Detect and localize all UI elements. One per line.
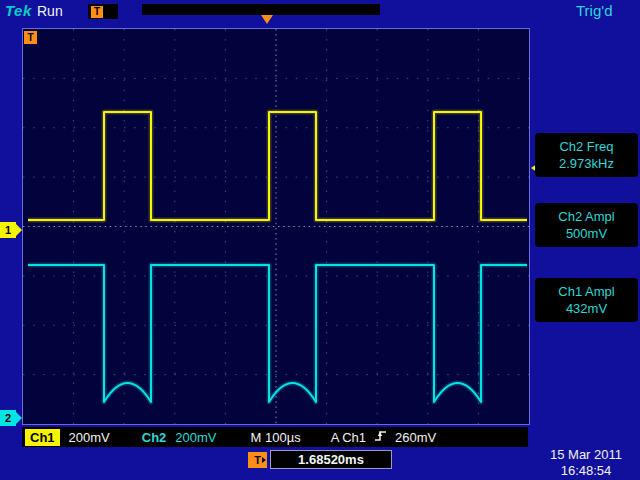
measurement-value: 432mV: [535, 300, 638, 317]
ch2-volts-per-div: 200mV: [175, 430, 216, 445]
delay-trigger-t-icon: T: [248, 452, 267, 468]
ch1-trace-glow: [28, 112, 527, 220]
trigger-status: Trig'd: [576, 2, 612, 19]
trigger-position-bar: [142, 4, 380, 15]
trigger-marker-chip: T: [88, 4, 118, 19]
measurement-label: Ch1 Ampl: [535, 283, 638, 300]
measurement-label: Ch2 Ampl: [535, 208, 638, 225]
measurement-label: Ch2 Freq: [535, 138, 638, 155]
time-text: 16:48:54: [534, 463, 638, 479]
trigger-position-arrow-icon: [261, 15, 273, 24]
acquisition-status: Run: [37, 3, 63, 19]
date-text: 15 Mar 2011: [534, 447, 638, 463]
rising-edge-slope-icon: [374, 429, 387, 446]
channel-status-bar: Ch1 200mV Ch2 200mV M 100µs A Ch1 260mV: [22, 427, 528, 447]
scope-graticule: [22, 28, 530, 425]
measurement-ch2-freq: Ch2 Freq 2.973kHz: [535, 133, 638, 177]
measurement-value: 2.973kHz: [535, 155, 638, 172]
measurement-value: 500mV: [535, 225, 638, 242]
grid-lines: [23, 29, 529, 424]
trigger-source-readout: A Ch1: [331, 430, 366, 445]
timebase-readout: M 100µs: [251, 430, 301, 445]
waveform-display: [23, 29, 529, 424]
ch1-ground-marker: 1: [0, 222, 16, 238]
ch2-trace-glow: [28, 265, 527, 402]
ch1-volts-per-div: 200mV: [69, 430, 110, 445]
measurement-ch2-ampl: Ch2 Ampl 500mV: [535, 203, 638, 247]
trigger-t-icon: T: [91, 6, 103, 18]
ch1-badge: Ch1: [25, 429, 60, 446]
ch2-ground-marker: 2: [0, 410, 16, 426]
trigger-level-t-badge: T: [24, 31, 37, 44]
trigger-delay-readout: 1.68520ms: [270, 450, 392, 469]
datetime-readout: 15 Mar 2011 16:48:54: [534, 447, 638, 479]
trigger-level-readout: 260mV: [395, 430, 436, 445]
measurement-ch1-ampl: Ch1 Ampl 432mV: [535, 278, 638, 322]
ch2-badge: Ch2: [142, 430, 167, 445]
tek-brand-logo: Tek: [5, 2, 32, 19]
